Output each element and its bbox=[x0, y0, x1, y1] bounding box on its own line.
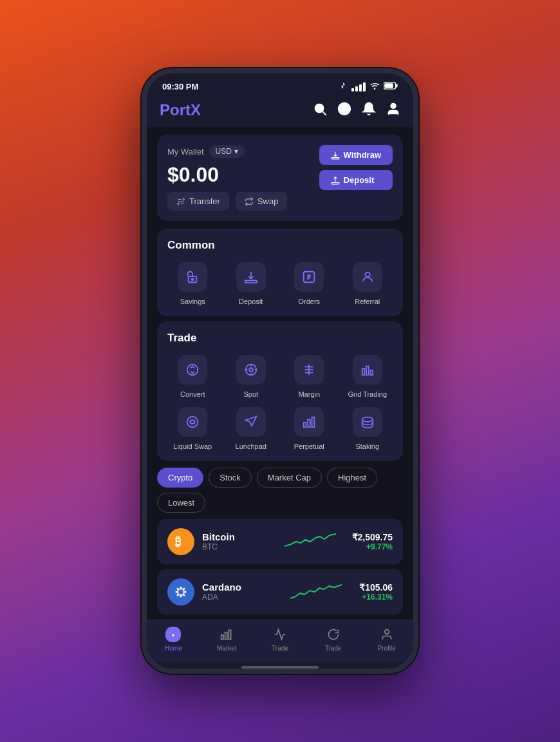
svg-point-39 bbox=[176, 591, 178, 593]
svg-point-15 bbox=[365, 272, 369, 277]
battery-icon bbox=[384, 82, 398, 91]
common-item-savings[interactable]: Savings bbox=[167, 262, 218, 306]
trade-nav-icon bbox=[272, 627, 288, 642]
bluetooth-icon bbox=[339, 81, 348, 92]
convert-label: Convert bbox=[180, 390, 205, 399]
common-section: Common Savings bbox=[157, 229, 403, 316]
common-title: Common bbox=[167, 239, 393, 252]
common-item-referral[interactable]: Referral bbox=[342, 262, 393, 306]
coin-item-cardano[interactable]: Cardano ADA ₹105.06 +16.31% bbox=[157, 569, 403, 614]
deposit-icon bbox=[236, 262, 266, 292]
withdraw-button[interactable]: Withdraw bbox=[319, 145, 393, 165]
common-item-deposit[interactable]: Deposit bbox=[226, 262, 277, 306]
convert-icon bbox=[178, 355, 207, 385]
svg-rect-46 bbox=[221, 635, 223, 640]
svg-rect-12 bbox=[245, 281, 257, 283]
bell-icon[interactable] bbox=[362, 102, 376, 119]
svg-rect-47 bbox=[225, 633, 227, 640]
trade-item-staking[interactable]: Staking bbox=[342, 407, 393, 451]
svg-point-34 bbox=[362, 417, 373, 421]
svg-rect-27 bbox=[362, 368, 365, 375]
filter-lowest[interactable]: Lowest bbox=[157, 493, 205, 513]
trade-item-convert[interactable]: Convert bbox=[167, 355, 218, 399]
filter-crypto[interactable]: Crypto bbox=[157, 468, 203, 488]
svg-rect-31 bbox=[304, 423, 306, 427]
filter-row: Crypto Stock Market Cap Highest Lowest bbox=[157, 468, 403, 513]
nav-trade2[interactable]: Trade bbox=[306, 627, 360, 652]
svg-rect-48 bbox=[229, 630, 231, 639]
trade-item-spot[interactable]: Spot bbox=[226, 355, 277, 399]
perpetual-label: Perpetual bbox=[294, 442, 324, 451]
grid-trading-icon bbox=[353, 355, 382, 385]
home-nav-icon bbox=[165, 627, 181, 642]
deposit-button[interactable]: Deposit bbox=[319, 170, 393, 190]
margin-label: Margin bbox=[298, 390, 320, 399]
status-bar: 09:30 PM bbox=[147, 73, 413, 96]
nav-trade2-label: Trade bbox=[325, 645, 342, 652]
svg-point-38 bbox=[180, 595, 182, 597]
common-item-orders[interactable]: Orders bbox=[284, 262, 335, 306]
trade-grid-row1: Convert Spot bbox=[167, 355, 393, 399]
signal-icon bbox=[351, 82, 366, 91]
logo-port: Port bbox=[160, 101, 191, 119]
profile-nav-icon bbox=[379, 627, 395, 642]
market-nav-icon bbox=[219, 627, 234, 642]
trade-item-lunchpad[interactable]: Lunchpad bbox=[226, 407, 277, 451]
staking-label: Staking bbox=[355, 442, 379, 451]
svg-rect-33 bbox=[312, 417, 315, 427]
trade-item-liquid-swap[interactable]: Liquid Swap bbox=[167, 407, 218, 451]
svg-rect-1 bbox=[384, 83, 393, 88]
trade-item-margin[interactable]: Margin bbox=[284, 355, 335, 399]
nav-home[interactable]: Home bbox=[147, 627, 200, 652]
search-icon[interactable] bbox=[313, 102, 327, 119]
cardano-chart bbox=[281, 580, 351, 603]
nav-market[interactable]: Market bbox=[200, 627, 254, 652]
grid-trading-label: Grid Trading bbox=[348, 390, 387, 399]
bitcoin-ticker: BTC bbox=[202, 542, 269, 551]
trade-item-grid-trading[interactable]: Grid Trading bbox=[342, 355, 393, 399]
nav-trade[interactable]: Trade bbox=[254, 627, 307, 652]
swap-button[interactable]: Swap bbox=[236, 192, 288, 211]
svg-point-49 bbox=[384, 630, 389, 634]
profile-icon[interactable] bbox=[386, 102, 400, 119]
svg-point-44 bbox=[177, 594, 179, 596]
cardano-ticker: ADA bbox=[202, 593, 273, 602]
trade-item-perpetual[interactable]: Perpetual bbox=[284, 407, 335, 451]
main-content: My Wallet USD ▾ $0.00 bbox=[147, 127, 413, 620]
svg-rect-8 bbox=[331, 157, 339, 158]
nav-profile-label: Profile bbox=[377, 645, 395, 652]
svg-text:₿: ₿ bbox=[175, 535, 181, 548]
svg-line-4 bbox=[322, 111, 326, 115]
wallet-amount: $0.00 bbox=[167, 163, 287, 187]
filter-stock[interactable]: Stock bbox=[209, 468, 252, 488]
bitcoin-price: ₹2,509.75 bbox=[352, 532, 393, 542]
help-icon[interactable] bbox=[337, 102, 351, 119]
orders-icon bbox=[294, 262, 324, 292]
nav-home-label: Home bbox=[165, 645, 182, 652]
cardano-price: ₹105.06 bbox=[359, 582, 393, 593]
home-indicator bbox=[241, 666, 319, 669]
nav-profile[interactable]: Profile bbox=[360, 627, 413, 652]
svg-rect-32 bbox=[308, 419, 310, 427]
svg-point-41 bbox=[177, 587, 179, 589]
wifi-icon bbox=[369, 81, 380, 92]
cardano-change: +16.31% bbox=[359, 593, 393, 602]
svg-point-11 bbox=[192, 278, 194, 280]
bottom-nav: Home Market Trade bbox=[147, 620, 413, 662]
trade-section: Trade Convert bbox=[157, 321, 403, 461]
cardano-name: Cardano bbox=[202, 582, 273, 593]
svg-point-40 bbox=[185, 591, 187, 593]
currency-badge[interactable]: USD ▾ bbox=[209, 145, 245, 158]
coin-item-bitcoin[interactable]: ₿ Bitcoin BTC ₹2,509.75 +9.77% bbox=[157, 519, 403, 564]
wallet-card: My Wallet USD ▾ $0.00 bbox=[157, 135, 403, 221]
cardano-icon bbox=[167, 578, 194, 605]
wallet-label: My Wallet USD ▾ bbox=[167, 145, 287, 158]
svg-rect-2 bbox=[396, 84, 398, 87]
app-header: PortX bbox=[147, 96, 413, 127]
transfer-button[interactable]: Transfer bbox=[167, 192, 229, 211]
filter-market-cap[interactable]: Market Cap bbox=[257, 468, 322, 488]
common-grid: Savings Deposit bbox=[167, 262, 393, 306]
savings-label: Savings bbox=[180, 297, 205, 306]
svg-point-18 bbox=[249, 368, 253, 372]
filter-highest[interactable]: Highest bbox=[327, 468, 377, 488]
